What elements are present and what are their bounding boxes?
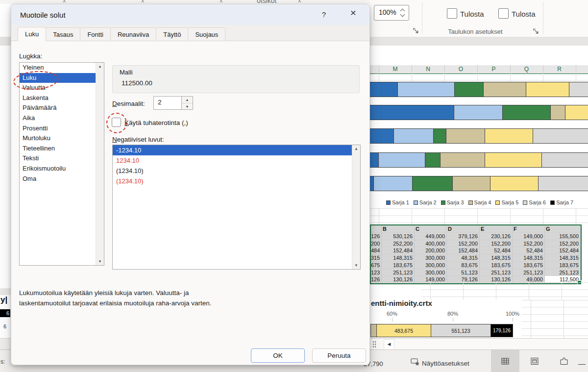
chart-bar-segment[interactable] xyxy=(538,176,588,191)
tab-suojaus[interactable]: Suojaus xyxy=(188,27,225,41)
cell[interactable]: 126 xyxy=(371,233,382,240)
cell[interactable]: 123 xyxy=(371,269,382,276)
chart-bar[interactable] xyxy=(370,82,588,97)
cell[interactable]: 83,675 xyxy=(447,262,480,269)
cell[interactable]: 152,484 xyxy=(382,247,415,254)
tab-reunaviiva[interactable]: Reunaviiva xyxy=(110,27,156,41)
close-icon[interactable]: × xyxy=(346,7,360,19)
cell[interactable]: 251,123 xyxy=(513,269,545,276)
chart-legend[interactable]: Sarja 1Sarja 2Sarja 3Sarja 4Sarja 5Sarja… xyxy=(386,199,573,205)
scroll-up-icon[interactable]: ▲ xyxy=(96,64,104,69)
category-item[interactable]: Aika xyxy=(20,113,96,124)
cell[interactable]: 251,123 xyxy=(545,269,581,276)
category-item[interactable]: Tieteellinen xyxy=(20,144,96,154)
cell[interactable]: 152,200 xyxy=(513,240,545,248)
cell[interactable]: 183,675 xyxy=(480,262,513,269)
cell[interactable]: 183,675 xyxy=(513,262,545,269)
category-item[interactable]: Oma xyxy=(20,174,96,184)
cell[interactable]: 48,315 xyxy=(447,254,480,262)
display-settings-icon[interactable] xyxy=(411,358,419,366)
cell[interactable]: 484 xyxy=(371,247,382,254)
legend-item[interactable]: Sarja 7 xyxy=(550,199,573,205)
dialog-launcher-icon[interactable] xyxy=(533,28,539,35)
cell[interactable]: 51,123 xyxy=(447,269,480,276)
legend-item[interactable]: Sarja 6 xyxy=(523,199,546,205)
cancel-button[interactable]: Peruuta xyxy=(312,348,366,363)
chart-bar-segment[interactable] xyxy=(533,128,588,144)
column-letter-cell[interactable]: F xyxy=(513,225,545,233)
chart-bar-segment[interactable] xyxy=(526,82,569,97)
chart-bar-segment[interactable]: 483,675 xyxy=(376,324,431,337)
scrollbar[interactable]: ▲ ▼ xyxy=(96,63,104,265)
column-header[interactable]: O xyxy=(444,66,477,73)
zoom-out-icon[interactable]: — xyxy=(578,359,586,368)
chart-bar-segment[interactable] xyxy=(483,82,526,97)
cell[interactable]: 148,315 xyxy=(382,254,415,262)
cell[interactable]: 152,200 xyxy=(447,240,480,248)
chart-bar[interactable] xyxy=(370,105,588,120)
column-letter-cell[interactable]: B xyxy=(382,225,415,233)
chart-bar-segment[interactable] xyxy=(485,152,542,168)
scale-spinner[interactable]: 100% xyxy=(374,5,409,21)
column-letter-cell[interactable]: G xyxy=(545,225,581,233)
chart-bar-segment[interactable] xyxy=(378,152,425,168)
scrollbar-grip-icon[interactable] xyxy=(372,341,376,348)
chart-bar-segment[interactable] xyxy=(454,82,484,97)
legend-item[interactable]: Sarja 1 xyxy=(386,199,409,205)
ok-button[interactable]: OK xyxy=(251,348,305,363)
column-letter-cell[interactable]: C xyxy=(415,225,447,233)
scroll-down-icon[interactable]: ▼ xyxy=(352,263,360,268)
chart-bar-segment[interactable] xyxy=(373,176,413,191)
selected-data-range[interactable]: BCDEFG126530,126449,000379,126230,126149… xyxy=(370,224,582,284)
print-checkbox-2[interactable] xyxy=(498,8,509,19)
dialog-launcher-icon[interactable] xyxy=(413,28,419,34)
cell[interactable]: 315 xyxy=(371,254,382,262)
cell[interactable]: 200,000 xyxy=(415,247,447,254)
negative-format-item[interactable]: 1234.10 xyxy=(113,155,360,166)
normal-view-icon[interactable] xyxy=(501,357,509,365)
category-listbox[interactable]: ▲ ▼ YleinenLukuValuuttaLaskentaPäivämäär… xyxy=(19,62,104,266)
category-item[interactable]: Murtoluku xyxy=(20,133,96,144)
chart-bar-segment[interactable] xyxy=(446,128,485,144)
scroll-left-button[interactable]: ◀ xyxy=(384,339,394,350)
chart-bar-segment[interactable] xyxy=(569,82,588,97)
chart-bar-segment[interactable] xyxy=(369,128,394,144)
tab-fontti[interactable]: Fontti xyxy=(80,27,111,41)
negative-format-item[interactable]: -1234.10 xyxy=(113,145,360,155)
cell[interactable]: 252,200 xyxy=(382,240,415,248)
spinner-down-icon[interactable]: ▼ xyxy=(182,103,193,110)
column-header[interactable]: M xyxy=(379,66,412,73)
chart-bar-segment[interactable] xyxy=(541,152,588,168)
legend-item[interactable]: Sarja 4 xyxy=(468,199,491,205)
bottom-chart-bar[interactable]: 483,675551,123179,126 xyxy=(371,324,513,337)
column-header[interactable]: R xyxy=(543,66,576,73)
scroll-down-icon[interactable]: ▼ xyxy=(96,259,104,264)
scroll-up-icon[interactable]: ▲ xyxy=(352,147,360,151)
spinner-down-icon[interactable] xyxy=(400,12,405,17)
column-letter-cell[interactable]: D xyxy=(447,225,480,233)
cell[interactable]: 300,000 xyxy=(415,254,447,262)
chart-bar-segment[interactable] xyxy=(369,152,379,168)
spinner-up-icon[interactable]: ▲ xyxy=(182,97,193,103)
cell[interactable]: 400,000 xyxy=(415,240,447,248)
cell[interactable]: 300,000 xyxy=(415,269,447,276)
cell[interactable]: 183,675 xyxy=(545,262,581,269)
cell[interactable]: 52,484 xyxy=(513,247,545,254)
category-item[interactable]: Teksti xyxy=(20,153,96,164)
chart-bar-segment[interactable]: 551,123 xyxy=(431,324,491,337)
cell[interactable]: 148,315 xyxy=(545,254,581,262)
tab-luku[interactable]: Luku xyxy=(18,27,46,41)
decimals-input[interactable]: 2 xyxy=(153,96,182,110)
cell[interactable]: 379,126 xyxy=(447,233,480,240)
category-item[interactable]: Erikoismuotoilu xyxy=(20,164,96,174)
column-header[interactable]: N xyxy=(412,66,444,73)
cell[interactable]: 251,123 xyxy=(480,269,513,276)
chart-bar[interactable] xyxy=(370,176,588,191)
chart-bar-segment[interactable] xyxy=(550,105,565,120)
negative-formats-listbox[interactable]: ▲ ▼ -1234.101234.10(1234.10)(1234.10) xyxy=(112,145,361,270)
chart-bar-segment[interactable] xyxy=(485,128,533,144)
category-item[interactable]: Prosentti xyxy=(20,124,96,134)
legend-item[interactable]: Sarja 2 xyxy=(414,199,437,205)
chart-bar-segment[interactable] xyxy=(397,82,455,97)
scrollbar[interactable]: ▲ ▼ xyxy=(352,145,360,269)
